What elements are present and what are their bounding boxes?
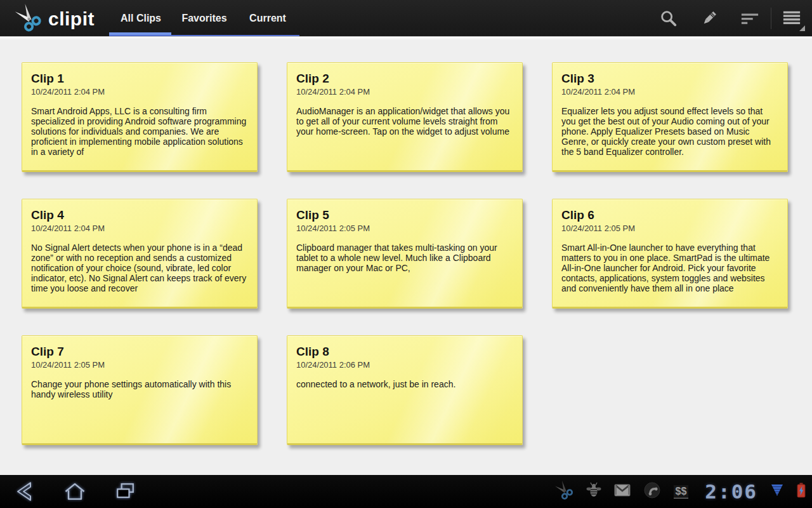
clip-body-text: Clipboard manager that takes multi-taski… — [296, 243, 513, 273]
app-title: clipit — [48, 8, 95, 30]
clip-note-card[interactable]: Clip 8 10/24/2011 2:06 PM connected to a… — [287, 335, 523, 445]
clip-timestamp: 10/24/2011 2:04 PM — [31, 87, 248, 97]
tab-favorites[interactable]: Favorites — [173, 0, 236, 36]
clip-title: Clip 8 — [296, 344, 513, 359]
clip-note-card[interactable]: Clip 3 10/24/2011 2:04 PM Equalizer lets… — [552, 62, 788, 172]
clip-timestamp: 10/24/2011 2:05 PM — [296, 224, 513, 234]
clip-body-text: Smart Android Apps, LLC is a consulting … — [31, 106, 248, 157]
system-bar: $$ 2:06 — [0, 475, 812, 508]
clip-body-text: Change your phone settings automatically… — [31, 379, 248, 399]
tab-current[interactable]: Current — [236, 0, 299, 36]
battery-charging-icon — [797, 483, 806, 500]
tab-all-clips[interactable]: All Clips — [109, 0, 173, 36]
recent-apps-button[interactable] — [113, 479, 138, 504]
clipit-notification-icon — [554, 480, 573, 503]
clip-body-text: Equalizer lets you adjust sound effect l… — [561, 106, 778, 157]
clip-title: Clip 3 — [561, 71, 778, 86]
clip-timestamp: 10/24/2011 2:06 PM — [296, 360, 513, 370]
clip-timestamp: 10/24/2011 2:04 PM — [296, 87, 513, 97]
clip-note-card[interactable]: Clip 4 10/24/2011 2:04 PM No Signal Aler… — [22, 199, 258, 309]
clip-note-card[interactable]: Clip 1 10/24/2011 2:04 PM Smart Android … — [22, 62, 258, 172]
status-tray[interactable]: $$ 2:06 — [554, 475, 806, 508]
sort-icon[interactable] — [740, 7, 760, 30]
clip-timestamp: 10/24/2011 2:04 PM — [561, 87, 778, 97]
clips-grid: Clip 1 10/24/2011 2:04 PM Smart Android … — [0, 37, 809, 471]
back-button[interactable] — [11, 479, 37, 504]
bee-notification-icon — [586, 482, 601, 501]
screen: clipit All Clips Favorites Current — [0, 0, 812, 508]
clip-title: Clip 1 — [31, 71, 248, 86]
action-bar: clipit All Clips Favorites Current — [0, 0, 812, 36]
nav-buttons — [0, 479, 164, 504]
clip-timestamp: 10/24/2011 2:05 PM — [31, 360, 248, 370]
overflow-menu-icon[interactable] — [782, 7, 802, 30]
clip-title: Clip 5 — [296, 208, 513, 222]
gmail-notification-icon — [614, 484, 631, 499]
dollar-notification-icon: $$ — [674, 485, 689, 498]
clip-note-card[interactable]: Clip 7 10/24/2011 2:05 PM Change your ph… — [22, 335, 258, 445]
clip-note-card[interactable]: Clip 5 10/24/2011 2:05 PM Clipboard mana… — [287, 199, 523, 309]
clip-body-text: No Signal Alert detects when your phone … — [31, 243, 248, 293]
clip-note-card[interactable]: Clip 6 10/24/2011 2:05 PM Smart All-in-O… — [552, 199, 788, 309]
clip-body-text: connected to a network, just be in reach… — [296, 379, 513, 389]
edit-pencil-icon[interactable] — [699, 7, 719, 30]
tab-bar: All Clips Favorites Current — [109, 0, 299, 36]
phone-notification-icon — [643, 481, 661, 502]
action-bar-divider — [771, 8, 771, 29]
scissors-logo-icon — [14, 3, 42, 35]
home-button[interactable] — [62, 479, 88, 504]
clip-title: Clip 7 — [31, 344, 248, 359]
clip-title: Clip 4 — [31, 208, 248, 222]
status-clock: 2:06 — [705, 480, 757, 503]
search-icon[interactable] — [658, 7, 679, 30]
action-bar-icons — [638, 0, 807, 36]
app-logo: clipit — [14, 3, 95, 35]
clip-timestamp: 10/24/2011 2:04 PM — [31, 224, 248, 234]
clip-title: Clip 6 — [561, 208, 778, 222]
clip-title: Clip 2 — [296, 71, 513, 86]
menu-corner-triangle — [799, 25, 805, 31]
clip-body-text: AudioManager is an application/widget th… — [296, 106, 513, 137]
signal-strength-icon — [770, 483, 784, 500]
clip-body-text: Smart All-in-One launcher to have everyt… — [561, 243, 778, 293]
clips-panel: Clip 1 10/24/2011 2:04 PM Smart Android … — [0, 36, 812, 475]
clip-note-card[interactable]: Clip 2 10/24/2011 2:04 PM AudioManager i… — [287, 62, 523, 172]
clip-timestamp: 10/24/2011 2:05 PM — [561, 224, 778, 234]
